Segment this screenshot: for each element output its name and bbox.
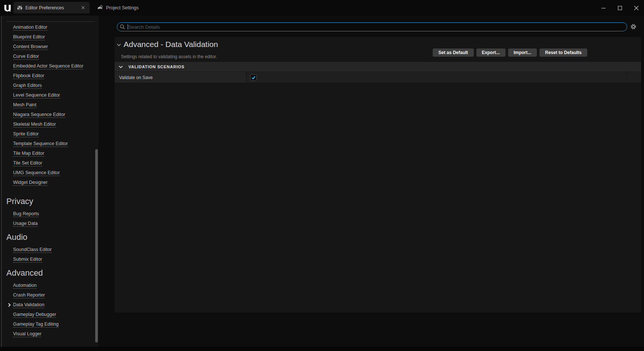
property-value-cell [246,72,627,83]
sidebar-item-data-validation[interactable]: Data Validation [0,300,99,310]
sidebar-item-label: Data Validation [13,302,44,308]
sidebar-item-crash-reporter[interactable]: Crash Reporter [0,291,99,300]
sidebar-item-sprite-editor[interactable]: Sprite Editor [0,129,99,139]
page-title: Advanced - Data Validation [124,40,218,49]
sidebar-item-label: Gameplay Debugger [13,312,56,318]
expand-arrow-icon[interactable] [7,303,10,306]
panel-title-row: Advanced - Data Validation [117,39,218,50]
window-bottom-edge [0,347,644,351]
sidebar-item-template-sequence-editor[interactable]: Template Sequence Editor [0,139,99,149]
sidebar-item-embedded-actor-sequence-editor[interactable]: Embedded Actor Sequence Editor [0,62,99,71]
set-as-default-button[interactable]: Set as Default [433,48,473,57]
sidebar-item-label: Submix Editor [13,257,42,263]
sliders-icon [17,5,22,10]
sidebar-item-flipbook-editor[interactable]: Flipbook Editor [0,71,99,81]
tab-label: Editor Preferences [25,5,64,10]
settings-category-sidebar: Animation EditorBlueprint EditorContent … [0,16,99,347]
sidebar-item-blueprint-editor[interactable]: Blueprint Editor [0,32,99,42]
sidebar-item-automation[interactable]: Automation [0,281,99,291]
window-controls [601,0,639,16]
reset-to-defaults-button[interactable]: Reset to Defaults [539,48,587,57]
tab-project-settings[interactable]: Project Settings [93,2,143,13]
tab-label: Project Settings [106,5,139,10]
sidebar-nav: Animation EditorBlueprint EditorContent … [0,16,99,339]
sidebar-item-label: Tile Map Editor [13,151,44,157]
sidebar-item-label: Flipbook Editor [13,73,44,79]
sidebar-item-label: Blueprint Editor [13,34,45,40]
section-label: VALIDATION SCENARIOS [128,65,184,69]
sidebar-item-gameplay-tag-editing[interactable]: Gameplay Tag Editing [0,320,99,329]
sidebar-item-tile-map-editor[interactable]: Tile Map Editor [0,149,99,159]
text-caret [128,24,128,29]
settings-panel: Advanced - Data Validation Settings rela… [115,37,641,313]
sidebar-scrollbar-thumb[interactable] [95,149,98,342]
sidebar-item-content-browser[interactable]: Content Browser [0,42,99,52]
project-settings-icon [97,5,103,11]
window-minimize-button[interactable] [601,5,606,10]
sidebar-section: PrivacyBug ReportsUsage Data [0,195,99,229]
titlebar: Editor Preferences Project Settings [0,0,644,16]
sidebar-item-label: Tile Set Editor [13,160,42,166]
sidebar-section-header-privacy: Privacy [0,195,99,208]
sidebar-item-label: Mesh Paint [13,102,37,108]
sidebar-section: Animation EditorBlueprint EditorContent … [0,23,99,188]
sidebar-item-skeletal-mesh-editor[interactable]: Skeletal Mesh Editor [0,120,99,129]
sidebar-item-label: UMG Sequence Editor [13,170,60,176]
sidebar-item-level-sequence-editor[interactable]: Level Sequence Editor [0,91,99,100]
search-settings-gear-icon[interactable] [630,23,637,30]
sidebar-item-label: Gameplay Tag Editing [13,322,59,328]
sidebar-item-label: Crash Reporter [13,292,45,298]
sidebar-item-label: Content Browser [13,44,48,50]
tab-editor-preferences[interactable]: Editor Preferences [13,2,90,13]
sidebar-item-usage-data[interactable]: Usage Data [0,219,99,229]
import-button[interactable]: Import... [508,48,537,57]
sidebar-item-label: Template Sequence Editor [13,141,68,147]
collapse-chevron-icon[interactable] [117,44,121,46]
editor-preferences-window: { "titlebar": { "tabs": [ { "label": "Ed… [0,0,644,351]
sidebar-section: AudioSoundClass EditorSubmix Editor [0,231,99,264]
sidebar-item-label: Usage Data [13,221,38,227]
sidebar-item-label: SoundClass Editor [13,247,52,253]
sidebar-item-animation-editor[interactable]: Animation Editor [0,23,99,32]
header-buttons: Set as Default Export... Import... Reset… [433,48,587,57]
tab-close-icon[interactable] [80,5,86,11]
sidebar-item-niagara-sequence-editor[interactable]: Niagara Sequence Editor [0,110,99,120]
sidebar-item-visual-logger[interactable]: Visual Logger [0,329,99,339]
sidebar-item-widget-designer[interactable]: Widget Designer [0,178,99,188]
search-details-box [117,22,627,31]
sidebar-item-bug-reports[interactable]: Bug Reports [0,209,99,219]
search-details-input[interactable] [117,22,627,31]
sidebar-item-graph-editors[interactable]: Graph Editors [0,81,99,91]
property-name-label: Validate on Save [119,75,153,80]
unreal-engine-logo-icon [3,3,13,13]
sidebar-item-soundclass-editor[interactable]: SoundClass Editor [0,245,99,255]
window-close-button[interactable] [634,5,639,10]
sidebar-section: AdvancedAutomationCrash ReporterData Val… [0,267,99,339]
validate-on-save-checkbox[interactable] [250,74,257,81]
sidebar-section-header-advanced: Advanced [0,267,99,279]
sidebar-item-umg-sequence-editor[interactable]: UMG Sequence Editor [0,168,99,178]
section-validation-scenarios[interactable]: VALIDATION SCENARIOS [115,62,641,72]
sidebar-item-curve-editor[interactable]: Curve Editor [0,52,99,62]
sidebar-item-label: Bug Reports [13,211,39,217]
sidebar-item-label: Skeletal Mesh Editor [13,122,56,128]
checkmark-icon [251,75,256,80]
sidebar-item-mesh-paint[interactable]: Mesh Paint [0,100,99,110]
page-subtitle: Settings related to validating assets in… [121,54,217,59]
sidebar-item-label: Visual Logger [13,331,41,337]
sidebar-item-submix-editor[interactable]: Submix Editor [0,255,99,264]
sidebar-item-label: Animation Editor [13,25,47,31]
property-reset-cell [627,72,641,83]
sidebar-item-gameplay-debugger[interactable]: Gameplay Debugger [0,310,99,320]
window-maximize-button[interactable] [617,5,622,10]
window-left-edge [1,16,2,347]
sidebar-item-label: Level Sequence Editor [13,93,60,98]
sidebar-item-label: Curve Editor [13,54,39,60]
export-button[interactable]: Export... [476,48,505,57]
property-row-validate-on-save: Validate on Save [115,72,641,83]
sidebar-item-tile-set-editor[interactable]: Tile Set Editor [0,159,99,168]
sidebar-item-label: Sprite Editor [13,131,39,137]
sidebar-item-label: Graph Editors [13,83,42,89]
property-name-cell: Validate on Save [115,72,246,83]
sidebar-item-label: Embedded Actor Sequence Editor [13,63,83,69]
